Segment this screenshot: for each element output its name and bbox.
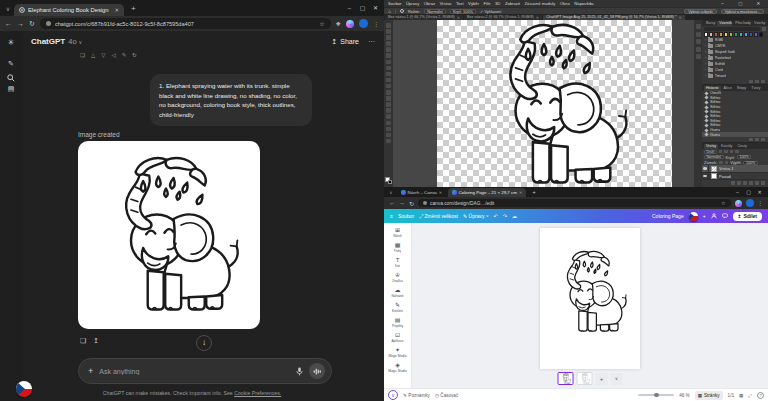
collapse-strip-button[interactable]: ∨ xyxy=(611,373,623,385)
layer-style-icon[interactable] xyxy=(737,181,741,185)
pages-view-button[interactable]: ▦ Stránky xyxy=(695,391,723,400)
current-tool-icon[interactable] xyxy=(400,9,404,13)
new-chat-icon[interactable]: ✎ xyxy=(0,60,22,68)
sidebar-item[interactable]: ✎ Kreslení xyxy=(384,300,411,315)
menu-item[interactable]: Výběr xyxy=(468,1,479,6)
delete-layer-icon[interactable] xyxy=(761,181,765,185)
invite-plus-icon[interactable]: + xyxy=(703,213,706,219)
conversation-menu-icon[interactable]: ⋯ xyxy=(368,38,375,46)
swatch[interactable] xyxy=(749,32,753,36)
tool-icon[interactable] xyxy=(386,139,392,144)
swatch[interactable] xyxy=(744,32,748,36)
tool-icon[interactable] xyxy=(386,23,392,28)
grid-view-icon[interactable]: ▦ xyxy=(739,393,743,398)
tool-icon[interactable] xyxy=(386,84,392,89)
layer-thumbnail[interactable] xyxy=(711,173,717,179)
chat-input[interactable] xyxy=(99,368,290,375)
tool-icon[interactable] xyxy=(386,66,392,71)
close-button[interactable]: ✕ xyxy=(754,187,765,197)
menu-item[interactable]: Zobrazit xyxy=(505,1,520,6)
sidebar-item[interactable]: ⊡ Aplikace xyxy=(384,330,411,345)
menu-item[interactable]: Filtr xyxy=(484,1,491,6)
tool-icon[interactable] xyxy=(386,53,392,58)
new-swatch-icon[interactable] xyxy=(755,80,759,84)
fullscreen-icon[interactable]: ⤢ xyxy=(748,393,752,398)
voice-mode-button[interactable] xyxy=(309,363,325,379)
filter-shape-icon[interactable] xyxy=(735,150,739,154)
adjustments-panel-icon[interactable] xyxy=(696,32,701,37)
panel-tab[interactable]: Tvary xyxy=(749,86,762,91)
message-action-icon[interactable]: ✎ xyxy=(122,52,127,58)
tool-icon[interactable] xyxy=(386,90,392,95)
sidebar-item[interactable]: ♔ Značka xyxy=(384,270,411,285)
browser-tab[interactable]: Coloring Page – 21 × 29,7 cm ✕ xyxy=(448,188,526,197)
expand-caret-icon[interactable]: › xyxy=(705,50,706,54)
collections-icon[interactable]: ❖ xyxy=(336,20,341,27)
message-action-icon[interactable]: ❏ xyxy=(80,52,85,58)
resize-menu[interactable]: ⤢Změnit velikost xyxy=(419,213,458,220)
tool-icon[interactable] xyxy=(386,133,392,138)
library-icon[interactable]: ▤ xyxy=(0,85,22,93)
blend-mode-select[interactable]: Normální xyxy=(424,9,446,14)
color-panel-icon[interactable] xyxy=(696,47,701,52)
page-thumbnail-2[interactable] xyxy=(577,372,593,385)
document-close-icon[interactable]: ✕ xyxy=(678,15,681,20)
model-caret-icon[interactable]: ∨ xyxy=(79,39,83,45)
tool-icon[interactable] xyxy=(386,72,392,77)
visibility-cell[interactable] xyxy=(702,165,709,172)
ps-close-button[interactable]: ✕ xyxy=(752,0,765,7)
back-icon[interactable]: ← xyxy=(389,200,395,206)
lock-transparency-icon[interactable] xyxy=(719,161,723,165)
menu-item[interactable]: Vrstva xyxy=(440,1,452,6)
address-bar[interactable]: canva.com/design/DAG…/edit ☆ xyxy=(418,199,730,208)
swatch[interactable] xyxy=(724,32,728,36)
profile-avatar[interactable] xyxy=(359,19,368,28)
back-icon[interactable]: ← xyxy=(5,20,12,27)
swatch[interactable] xyxy=(754,32,758,36)
menu-item[interactable]: Úpravy xyxy=(406,1,419,6)
new-layer-icon[interactable] xyxy=(755,181,759,185)
maximize-button[interactable]: ▢ xyxy=(356,1,369,16)
opacity-select[interactable]: Krytí: 100% xyxy=(450,9,476,14)
menu-item[interactable]: Obraz xyxy=(424,1,435,6)
panel-tab[interactable]: Stopy xyxy=(735,86,748,91)
tool-icon[interactable] xyxy=(386,102,392,107)
notes-button[interactable]: ✎Poznámky xyxy=(403,393,430,398)
tool-icon[interactable] xyxy=(386,41,392,46)
swatch[interactable] xyxy=(719,32,723,36)
menu-item[interactable]: 3D xyxy=(495,1,500,6)
tool-icon[interactable] xyxy=(386,47,392,52)
favorite-star-icon[interactable]: ☆ xyxy=(319,20,324,27)
expand-caret-icon[interactable]: › xyxy=(705,44,706,48)
tool-icon[interactable] xyxy=(386,35,392,40)
swatch[interactable] xyxy=(704,32,708,36)
swatch-search-input[interactable] xyxy=(704,27,760,31)
swatch[interactable] xyxy=(739,32,743,36)
tool-icon[interactable] xyxy=(386,121,392,126)
sidebar-item[interactable]: T Text xyxy=(384,255,411,270)
design-page[interactable] xyxy=(540,228,640,369)
document-canvas[interactable] xyxy=(437,20,672,187)
browser-menu-icon[interactable]: ⋮ xyxy=(758,200,764,206)
present-icon[interactable] xyxy=(711,213,717,219)
hamburger-icon[interactable]: ≡ xyxy=(390,213,393,219)
tab-close-icon[interactable]: ✕ xyxy=(439,190,442,195)
tool-icon[interactable] xyxy=(386,60,392,65)
filter-kind-select[interactable]: Druh xyxy=(704,150,717,154)
layer-mask-icon[interactable] xyxy=(743,181,747,185)
filter-type-icon[interactable] xyxy=(730,150,734,154)
link-layers-icon[interactable] xyxy=(731,181,735,185)
copy-image-icon[interactable]: ❏ xyxy=(80,337,86,345)
ps-minimize-button[interactable]: – xyxy=(716,0,729,7)
lock-position-icon[interactable] xyxy=(725,161,729,165)
panel-tab[interactable]: Vzorky xyxy=(752,21,766,26)
expand-caret-icon[interactable]: › xyxy=(705,62,706,66)
chatgpt-logo-icon[interactable]: ✳ xyxy=(0,38,22,47)
tool-icon[interactable] xyxy=(386,127,392,132)
adjustment-layer-icon[interactable] xyxy=(749,181,753,185)
layer-thumbnail[interactable] xyxy=(711,166,717,172)
layer-opacity-select[interactable]: 100% xyxy=(737,155,751,159)
sidebar-item[interactable]: ▦ Prvky xyxy=(384,240,411,255)
menu-item[interactable]: Text xyxy=(456,1,464,6)
forward-icon[interactable]: → xyxy=(17,20,24,27)
